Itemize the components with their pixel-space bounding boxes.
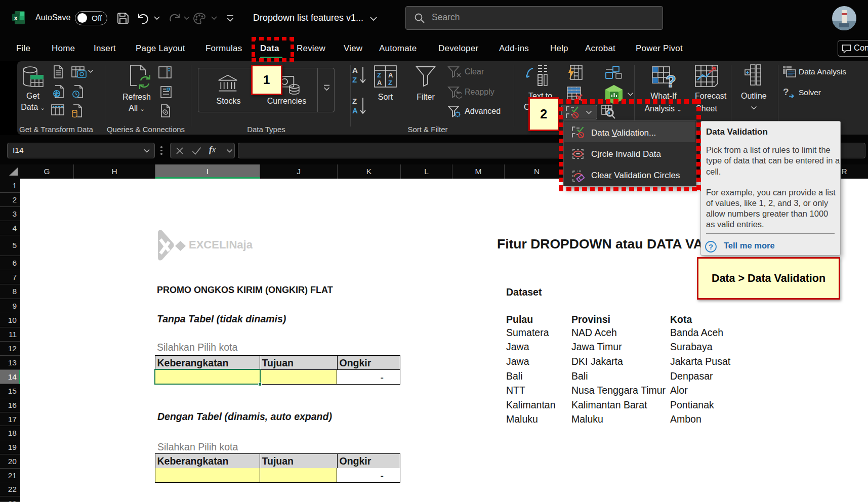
svg-text:A: A: [388, 71, 393, 79]
svg-text:?: ?: [666, 71, 676, 88]
svg-text:Z: Z: [352, 97, 357, 105]
svg-text:?: ?: [709, 242, 713, 251]
svg-text:Z: Z: [352, 75, 357, 84]
svg-text:A: A: [377, 79, 382, 87]
svg-text:Z: Z: [388, 79, 392, 87]
svg-text:A: A: [352, 106, 358, 115]
svg-text:A: A: [352, 66, 358, 74]
svg-text:x: x: [14, 14, 18, 22]
svg-text:?: ?: [783, 87, 789, 97]
svg-text:Z: Z: [377, 71, 381, 79]
